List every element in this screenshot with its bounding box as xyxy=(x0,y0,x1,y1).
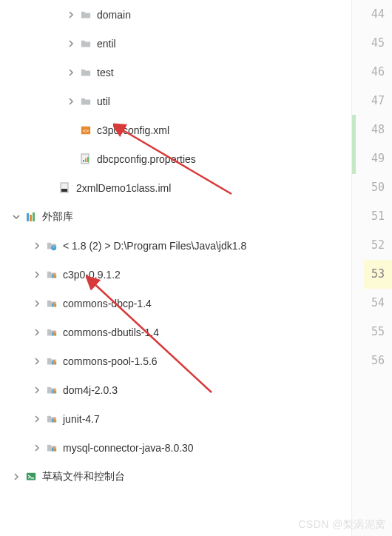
line-number: 46 xyxy=(364,58,392,87)
tree-item-label: test xyxy=(97,67,114,78)
tree-row[interactable]: domain xyxy=(0,0,351,29)
tree-item-label: domain xyxy=(97,9,131,21)
tree-row[interactable]: entil xyxy=(0,29,351,58)
svg-rect-19 xyxy=(53,331,55,335)
svg-rect-22 xyxy=(53,360,55,364)
line-number: 55 xyxy=(364,318,392,346)
tree-item-label: mysql-connector-java-8.0.30 xyxy=(63,442,194,454)
chevron-down-icon[interactable] xyxy=(10,213,22,221)
chevron-right-icon[interactable] xyxy=(65,40,77,47)
line-number: 52 xyxy=(364,231,392,260)
jar-icon xyxy=(45,297,58,310)
svg-rect-18 xyxy=(52,332,53,335)
tree-row[interactable]: commons-pool-1.5.6 xyxy=(0,346,351,375)
tree-row[interactable]: commons-dbcp-1.4 xyxy=(0,289,351,318)
tree-row[interactable]: dom4j-2.0.3 xyxy=(0,375,351,404)
svg-rect-32 xyxy=(55,448,56,451)
tree-row[interactable]: c3p0-0.9.1.2 xyxy=(0,260,351,289)
svg-rect-25 xyxy=(53,389,55,393)
line-number: 51 xyxy=(364,202,392,231)
folder-icon xyxy=(79,37,92,50)
tree-row[interactable]: util xyxy=(0,87,351,115)
svg-rect-24 xyxy=(52,390,53,393)
chevron-right-icon[interactable] xyxy=(31,300,43,307)
jar-icon xyxy=(45,383,58,397)
jar-icon xyxy=(45,441,58,455)
iml-icon xyxy=(58,181,72,195)
svg-rect-31 xyxy=(53,446,55,451)
chevron-right-icon[interactable] xyxy=(65,69,77,76)
line-number: 53 xyxy=(364,260,392,289)
chevron-right-icon[interactable] xyxy=(31,444,43,452)
chevron-right-icon[interactable] xyxy=(10,473,22,480)
chevron-right-icon[interactable] xyxy=(65,11,77,19)
tree-item-label: entil xyxy=(97,38,116,50)
svg-rect-17 xyxy=(55,304,56,306)
line-number: 56 xyxy=(364,346,392,375)
svg-rect-13 xyxy=(53,273,55,278)
chevron-right-icon[interactable] xyxy=(31,329,43,336)
svg-text:<>: <> xyxy=(83,127,89,133)
line-number: 54 xyxy=(364,289,392,318)
svg-rect-28 xyxy=(53,418,55,422)
tree-row[interactable]: < 1.8 (2) > D:\Program Files\Java\jdk1.8 xyxy=(0,231,351,260)
xml-icon: <> xyxy=(79,124,92,137)
svg-rect-4 xyxy=(85,158,87,162)
tree-item-label: dom4j-2.0.3 xyxy=(63,384,118,396)
project-tree-panel[interactable]: domainentiltestutil<>c3p0-config.xmldbcp… xyxy=(0,0,351,536)
line-number: 47 xyxy=(364,87,392,115)
svg-point-11 xyxy=(51,245,56,250)
tree-item-label: commons-pool-1.5.6 xyxy=(63,355,158,367)
watermark: CSDN @梨涡泥窝 xyxy=(298,518,386,532)
chevron-right-icon[interactable] xyxy=(31,271,43,278)
svg-rect-29 xyxy=(55,419,56,422)
tree-item-label: commons-dbutils-1.4 xyxy=(63,326,159,338)
tree-row[interactable]: commons-dbutils-1.4 xyxy=(0,318,351,346)
tree-item-label: junit-4.7 xyxy=(63,413,100,425)
jar-icon xyxy=(45,412,58,426)
chevron-right-icon[interactable] xyxy=(31,415,43,423)
tree-row[interactable]: mysql-connector-java-8.0.30 xyxy=(0,433,351,462)
line-number: 49 xyxy=(364,144,392,173)
chevron-right-icon[interactable] xyxy=(31,242,43,249)
svg-rect-5 xyxy=(87,157,89,162)
tree-item-label: 外部库 xyxy=(42,210,73,224)
chevron-right-icon[interactable] xyxy=(65,98,77,105)
svg-rect-27 xyxy=(52,419,53,422)
svg-rect-12 xyxy=(52,275,53,278)
tree-item-label: < 1.8 (2) > D:\Program Files\Java\jdk1.8 xyxy=(63,240,246,252)
tree-row[interactable]: test xyxy=(0,58,351,87)
tree-row[interactable]: dbcpconfig.properties xyxy=(0,144,351,173)
editor-gutter: 44454647484950515253545556 xyxy=(351,0,392,536)
console-icon xyxy=(24,470,38,483)
tree-row[interactable]: <>c3p0-config.xml xyxy=(0,115,351,144)
svg-rect-26 xyxy=(55,390,56,393)
tree-item-label: 2xmlDemo1class.iml xyxy=(76,182,171,194)
tree-row[interactable]: 草稿文件和控制台 xyxy=(0,462,351,491)
tree-item-label: dbcpconfig.properties xyxy=(97,153,196,165)
svg-rect-14 xyxy=(55,275,56,278)
folder-icon xyxy=(79,8,92,21)
svg-rect-20 xyxy=(55,332,56,335)
svg-rect-9 xyxy=(30,215,32,221)
folder-icon xyxy=(79,66,92,79)
tree-item-label: c3p0-config.xml xyxy=(97,124,169,136)
tree-row[interactable]: 外部库 xyxy=(0,202,351,231)
svg-rect-33 xyxy=(27,472,36,480)
svg-rect-21 xyxy=(52,361,53,364)
line-number: 48 xyxy=(364,115,392,144)
tree-row[interactable]: junit-4.7 xyxy=(0,404,351,433)
tree-item-label: c3p0-0.9.1.2 xyxy=(63,269,121,281)
jar-icon xyxy=(45,326,58,339)
chevron-right-icon[interactable] xyxy=(31,358,43,365)
tree-row[interactable]: 2xmlDemo1class.iml xyxy=(0,173,351,202)
svg-rect-8 xyxy=(27,213,29,221)
lib-icon xyxy=(24,210,38,224)
jdk-icon xyxy=(45,239,58,252)
line-number: 44 xyxy=(364,0,392,29)
svg-rect-10 xyxy=(33,212,35,221)
svg-rect-16 xyxy=(53,302,55,306)
change-marker xyxy=(352,115,356,174)
chevron-right-icon[interactable] xyxy=(31,386,43,394)
svg-rect-7 xyxy=(61,189,67,192)
